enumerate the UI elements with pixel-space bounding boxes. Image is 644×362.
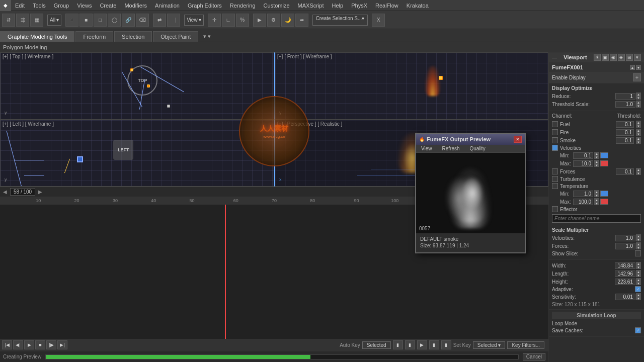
settings-icon[interactable]: ⊞: [626, 54, 633, 61]
show-slice-checkbox[interactable]: [635, 250, 641, 256]
dialog-menu-quality[interactable]: Quality: [465, 145, 491, 152]
sensitivity-up[interactable]: ▲: [636, 293, 641, 297]
vel-scale-up[interactable]: ▲: [636, 234, 641, 238]
unlink-tool[interactable]: ⌫: [136, 14, 149, 27]
threshold-scale-up[interactable]: ▲: [636, 101, 641, 104]
go-start-btn[interactable]: |◀: [2, 340, 12, 349]
prev-frame-btn[interactable]: ◀|: [13, 340, 23, 349]
menu-edit[interactable]: Edit: [11, 2, 29, 10]
length-value[interactable]: 142.96: [615, 270, 635, 277]
fuel-value[interactable]: 0.1: [616, 121, 634, 128]
key-btn-5[interactable]: ▮: [441, 340, 451, 349]
threshold-scale-down[interactable]: ▼: [636, 104, 641, 108]
adaptive-checkbox[interactable]: ✓: [635, 286, 641, 292]
reduce-up[interactable]: ▲: [636, 93, 641, 96]
height-down[interactable]: ▼: [636, 282, 641, 285]
percent-snap-tool[interactable]: %: [236, 14, 249, 27]
tab-freeform[interactable]: Freeform: [75, 31, 113, 42]
fire-up[interactable]: ▲: [636, 129, 641, 132]
height-value[interactable]: 223.61: [615, 279, 635, 285]
reduce-value[interactable]: 1: [615, 93, 635, 100]
reduce-down[interactable]: ▼: [636, 96, 641, 100]
vel-min-color[interactable]: [600, 152, 608, 158]
cancel-btn[interactable]: Cancel: [523, 353, 545, 360]
key-btn-3[interactable]: ▶: [417, 340, 427, 349]
fire-down[interactable]: ▼: [636, 132, 641, 136]
camera-icon[interactable]: ◈: [618, 54, 625, 61]
menu-graph-editors[interactable]: Graph Editors: [184, 2, 226, 10]
vel-max-value[interactable]: 10.0: [573, 160, 593, 167]
temp-max-color[interactable]: [600, 199, 608, 205]
vel-min-up[interactable]: ▲: [594, 152, 599, 155]
sun-icon[interactable]: ☀: [594, 54, 601, 61]
menu-krakatoa[interactable]: Krakatoa: [403, 2, 433, 10]
smoke-checkbox[interactable]: [552, 137, 558, 143]
filter-dropdown[interactable]: All ▾: [47, 15, 61, 26]
effector-checkbox[interactable]: [552, 206, 558, 212]
save-caches-checkbox[interactable]: ✓: [635, 327, 641, 333]
tab-graphite[interactable]: Graphite Modeling Tools: [0, 31, 74, 42]
select-tool[interactable]: ⇵: [2, 14, 15, 27]
panel-expand-icon[interactable]: ▾: [634, 54, 641, 61]
width-value[interactable]: 148.84: [615, 262, 635, 269]
vel-scale-value[interactable]: 1.0: [615, 235, 635, 241]
play-btn[interactable]: ▶: [24, 340, 34, 349]
temperature-checkbox[interactable]: [552, 183, 558, 189]
select-object-tool[interactable]: ◾: [65, 14, 78, 27]
length-down[interactable]: ▼: [636, 274, 641, 277]
timeline-next-arrow[interactable]: ▶: [38, 189, 42, 195]
fuel-up[interactable]: ▲: [636, 121, 641, 124]
viewport-left[interactable]: [+] [ Left ] [ Wireframe ] LEFT: [0, 120, 274, 187]
menu-tools[interactable]: Tools: [29, 2, 50, 10]
temp-max-down[interactable]: ▼: [594, 202, 599, 205]
vel-scale-down[interactable]: ▼: [636, 238, 641, 241]
forces-down[interactable]: ▼: [636, 171, 641, 175]
key-filters-btn[interactable]: Key Filters...: [507, 341, 544, 349]
smoke-value[interactable]: 0.1: [616, 137, 634, 144]
fumefx-scroll-up[interactable]: ▲: [630, 65, 635, 70]
move-tool[interactable]: ⇶: [16, 14, 29, 27]
create-selection-btn[interactable]: Create Selection S...▾: [312, 15, 368, 26]
fire-checkbox[interactable]: [552, 129, 558, 135]
length-up[interactable]: ▲: [636, 270, 641, 274]
vel-min-down[interactable]: ▼: [594, 155, 599, 159]
temp-max-up[interactable]: ▲: [594, 198, 599, 202]
fuel-checkbox[interactable]: [552, 121, 558, 127]
env-icon[interactable]: ◉: [610, 54, 617, 61]
temp-min-value[interactable]: 1.0: [573, 191, 593, 197]
xmesh-tool[interactable]: X: [372, 14, 385, 27]
vel-max-color[interactable]: [600, 160, 608, 166]
setkey-dropdown[interactable]: Selected ▾: [473, 341, 506, 349]
forces-scale-value[interactable]: 1.0: [615, 243, 635, 249]
forces-value[interactable]: 0.1: [616, 168, 634, 175]
link-tool[interactable]: 🔗: [122, 14, 135, 27]
sensitivity-value[interactable]: 0.01: [615, 294, 635, 300]
height-up[interactable]: ▲: [636, 278, 641, 282]
dialog-menu-refresh[interactable]: Refresh: [437, 145, 465, 152]
add-display-btn[interactable]: +: [633, 73, 641, 81]
fumefx-scroll-down[interactable]: ▼: [636, 65, 641, 70]
vel-max-down[interactable]: ▼: [594, 163, 599, 167]
viewport-front[interactable]: [+] [ Front ] [ Wireframe ] y: [274, 52, 548, 120]
render-tool[interactable]: ▶: [253, 14, 266, 27]
vel-max-up[interactable]: ▲: [594, 160, 599, 163]
menu-views[interactable]: Views: [73, 2, 96, 10]
menu-realflow[interactable]: RealFlow: [371, 2, 403, 10]
forces-up[interactable]: ▲: [636, 168, 641, 171]
temp-min-color[interactable]: [600, 191, 608, 197]
dialog-close-btn[interactable]: ✕: [514, 136, 522, 143]
turbulence-checkbox[interactable]: [552, 176, 558, 182]
fire-value[interactable]: 0.1: [616, 129, 634, 136]
material-tool[interactable]: 🌙: [281, 14, 294, 27]
mirror-tool[interactable]: ⇄: [153, 14, 166, 27]
forces-scale-up[interactable]: ▲: [636, 242, 641, 246]
timeline-prev-arrow[interactable]: ◀: [3, 189, 7, 195]
threshold-scale-value[interactable]: 1.0: [615, 101, 635, 108]
temp-max-value[interactable]: 100.0: [573, 199, 593, 205]
sensitivity-down[interactable]: ▼: [636, 297, 641, 300]
forces-checkbox[interactable]: [552, 168, 558, 174]
menu-modifiers[interactable]: Modifiers: [120, 2, 151, 10]
temp-min-down[interactable]: ▼: [594, 194, 599, 197]
menu-create[interactable]: Create: [96, 2, 120, 10]
vel-min-value[interactable]: 0.1: [573, 152, 593, 159]
